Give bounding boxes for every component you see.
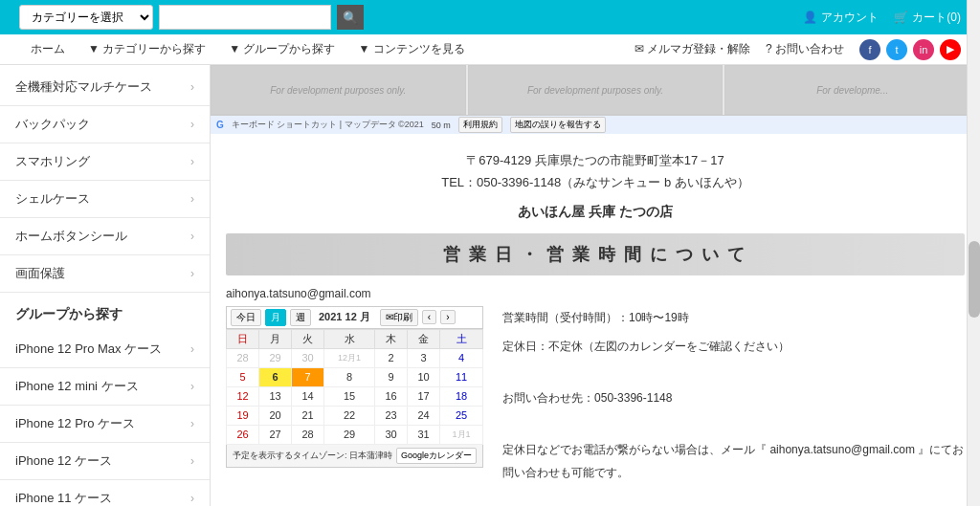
google-cal-button[interactable]: Googleカレンダー [396, 448, 477, 464]
cal-cell[interactable]: 23 [375, 406, 408, 425]
calendar-wrapper: 今日 月 週 2021 12 月 ✉印刷 ‹ › 日 月 火 水 [226, 306, 483, 490]
nav-category[interactable]: ▼ カテゴリーから探す [77, 37, 217, 61]
nav-home[interactable]: ホーム [19, 37, 77, 61]
cal-cell-highlighted[interactable]: 7 [292, 367, 324, 386]
shop-info: 〒679-4129 兵庫県たつの市龍野町堂本17－17 TEL：050-3396… [211, 134, 980, 233]
chevron-right-icon: › [190, 230, 194, 243]
cal-cell[interactable]: 20 [259, 406, 292, 425]
shop-name: あいほん屋 兵庫 たつの店 [230, 200, 961, 224]
cal-cell[interactable]: 31 [408, 425, 440, 444]
cal-cell[interactable]: 5 [227, 367, 259, 386]
cal-cell[interactable]: 2 [375, 348, 408, 367]
instagram-icon[interactable]: in [913, 39, 934, 60]
prev-button[interactable]: ‹ [422, 310, 436, 324]
cal-cell[interactable]: 15 [324, 386, 375, 406]
cal-cell[interactable]: 29 [324, 425, 375, 444]
sidebar-item-shellcase[interactable]: シェルケース › [0, 181, 210, 218]
chevron-right-icon: › [190, 80, 194, 94]
twitter-icon[interactable]: t [886, 39, 907, 60]
cal-cell[interactable]: 1月1 [440, 425, 483, 444]
cal-cell[interactable]: 24 [408, 406, 440, 425]
table-row: 5 6 7 8 9 10 11 [227, 367, 483, 386]
cal-header-sun: 日 [227, 329, 259, 348]
contact-link[interactable]: ? お問い合わせ [766, 41, 844, 57]
cart-link[interactable]: 🛒 カート(0) [894, 10, 961, 26]
sidebar-item-smaring[interactable]: スマホリング › [0, 143, 210, 181]
search-button[interactable]: 🔍 [337, 5, 364, 30]
category-select[interactable]: カテゴリーを選択 [19, 5, 153, 30]
email-line: aihonya.tatsuno@gmail.com [211, 287, 980, 306]
nav-bar: ホーム ▼ カテゴリーから探す ▼ グループから探す ▼ コンテンツを見る ✉ … [0, 34, 980, 65]
cal-cell[interactable]: 30 [375, 425, 408, 444]
cal-title: 2021 12 月 [319, 310, 370, 324]
cal-cell[interactable]: 4 [440, 348, 483, 367]
cal-cell[interactable]: 28 [227, 348, 259, 367]
sidebar-group-title: グループから探す [0, 293, 210, 331]
sidebar-item-iphone12pro[interactable]: iPhone 12 Pro ケース › [0, 406, 210, 443]
cal-legend-label: 本蒲津時 [358, 450, 392, 462]
facebook-icon[interactable]: f [859, 39, 880, 60]
cal-cell[interactable]: 26 [227, 425, 259, 444]
next-button[interactable]: › [440, 310, 455, 324]
sidebar-item-iphone12[interactable]: iPhone 12 ケース › [0, 443, 210, 480]
table-row: 26 27 28 29 30 31 1月1 [227, 425, 483, 444]
cal-cell[interactable]: 27 [259, 425, 292, 444]
cal-cell[interactable]: 12 [227, 386, 259, 406]
biz-header: 営 業 日 ・ 営 業 時 間 に つ い て [226, 233, 965, 275]
biz-holiday: 定休日：不定休（左図のカレンダーをご確認ください） [502, 335, 965, 358]
scrollbar-thumb[interactable] [969, 241, 980, 318]
nav-content[interactable]: ▼ コンテンツを見る [346, 37, 476, 61]
scrollbar[interactable] [967, 0, 980, 506]
table-row: 12 13 14 15 16 17 18 [227, 386, 483, 406]
today-button[interactable]: 今日 [231, 309, 261, 326]
account-link[interactable]: 👤 アカウント [803, 10, 879, 26]
week-button[interactable]: 週 [290, 309, 311, 326]
cal-cell[interactable]: 14 [292, 386, 324, 406]
sidebar-item-iphone12mini[interactable]: iPhone 12 mini ケース › [0, 368, 210, 406]
cal-cell[interactable]: 19 [227, 406, 259, 425]
youtube-icon[interactable]: ▶ [940, 39, 961, 60]
cal-cell[interactable]: 13 [259, 386, 292, 406]
sidebar-item-iphone11[interactable]: iPhone 11 ケース › [0, 480, 210, 506]
newsletter-link[interactable]: ✉ メルマガ登録・解除 [635, 41, 750, 57]
search-input[interactable] [159, 5, 331, 30]
cal-cell[interactable]: 22 [324, 406, 375, 425]
cal-header-fri: 金 [408, 329, 440, 348]
cal-cell[interactable]: 12月1 [324, 348, 375, 367]
cal-cell[interactable]: 21 [292, 406, 324, 425]
chevron-right-icon: › [190, 380, 194, 393]
banner-section-1: For development purposes only. [211, 65, 466, 115]
terms-button[interactable]: 利用規約 [458, 117, 502, 133]
top-bar-left: カテゴリーを選択 🔍 [19, 5, 364, 30]
cal-cell[interactable]: 30 [292, 348, 324, 367]
report-button[interactable]: 地図の誤りを報告する [510, 117, 606, 133]
account-icon: 👤 [803, 11, 817, 24]
biz-note: 定休日などでお電話が繋がらない場合は、メール『 aihonya.tatsuno@… [502, 438, 965, 484]
sidebar-item-backpack[interactable]: バックパック › [0, 106, 210, 143]
cal-cell[interactable]: 11 [440, 367, 483, 386]
cal-cell[interactable]: 3 [408, 348, 440, 367]
cal-cell[interactable]: 8 [324, 367, 375, 386]
cal-header-mon: 月 [259, 329, 292, 348]
calendar-table: 日 月 火 水 木 金 土 28 29 30 [226, 329, 483, 445]
chevron-right-icon: › [190, 118, 194, 131]
cal-cell[interactable]: 28 [292, 425, 324, 444]
cal-cell[interactable]: 25 [440, 406, 483, 425]
print-button[interactable]: ✉印刷 [380, 309, 418, 326]
nav-group[interactable]: ▼ グループから探す [217, 37, 346, 61]
sidebar-item-multicase[interactable]: 全機種対応マルチケース › [0, 69, 210, 106]
cal-cell[interactable]: 16 [375, 386, 408, 406]
cal-cell[interactable]: 18 [440, 386, 483, 406]
sidebar-item-homebutton[interactable]: ホームボタンシール › [0, 218, 210, 255]
cal-cell[interactable]: 10 [408, 367, 440, 386]
banner-area: For development purposes only. For devel… [211, 65, 980, 115]
cal-cell[interactable]: 29 [259, 348, 292, 367]
cal-cell[interactable]: 17 [408, 386, 440, 406]
month-button[interactable]: 月 [265, 309, 286, 326]
sidebar-item-screen[interactable]: 画面保護 › [0, 255, 210, 293]
cal-cell[interactable]: 9 [375, 367, 408, 386]
sidebar-item-iphone12promax[interactable]: iPhone 12 Pro Max ケース › [0, 331, 210, 368]
biz-hours: 営業時間（受付時間）：10時〜19時 [502, 306, 965, 329]
chevron-right-icon: › [190, 342, 194, 356]
cal-cell-today[interactable]: 6 [259, 367, 292, 386]
